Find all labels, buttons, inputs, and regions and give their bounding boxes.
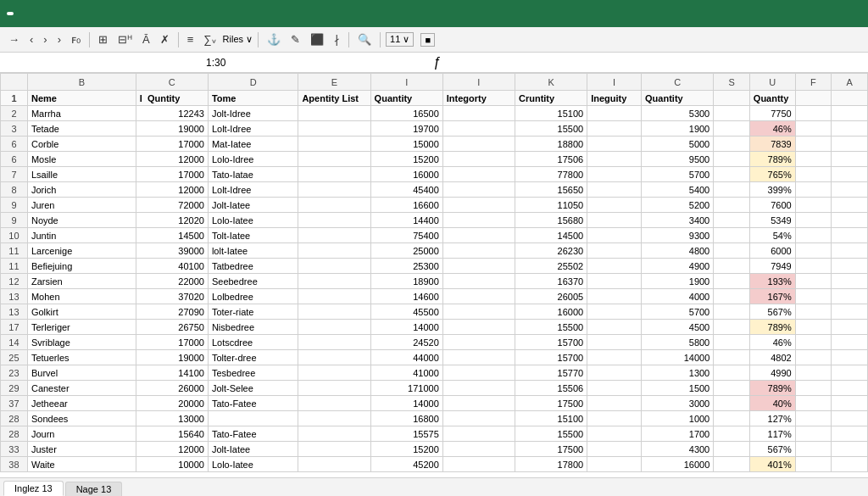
cell-ineguity[interactable] [587,411,642,426]
cell-ineguity[interactable] [587,457,642,472]
cell-ineguity[interactable] [587,289,642,304]
cell-name[interactable]: Terleriger [27,320,136,335]
cell-integorty[interactable] [442,365,515,381]
cell-tome[interactable]: Lolo-Idree [208,152,298,167]
cell-quantity1[interactable]: 44000 [370,350,442,365]
cell-quantty[interactable]: 765% [749,167,795,182]
cell-k[interactable]: 1000 [642,411,714,426]
cell-ineguity[interactable] [587,381,642,396]
cell-quantty[interactable]: 46% [749,335,795,350]
cell-tome[interactable]: lolt-Iatee [208,243,298,259]
cell-quantty[interactable]: 567% [749,442,795,457]
toolbar-table-btn[interactable]: ⊞ [95,31,111,47]
cell-quantity1[interactable]: 16800 [370,411,442,426]
row-number[interactable]: 37 [1,396,28,411]
cell-tome[interactable]: Tolter-dree [208,350,298,365]
cell-empty1[interactable] [795,350,832,365]
row-number[interactable]: 25 [1,350,28,365]
cell-name[interactable]: Marrha [27,106,136,121]
cell-integorty[interactable] [442,396,515,411]
cell-quntity[interactable]: 27090 [136,304,208,320]
cell-k[interactable]: 5000 [642,137,714,152]
cell-empty1[interactable] [795,106,832,121]
col-header-b[interactable]: B [27,74,136,91]
cell-apentity[interactable] [298,426,370,442]
cell-ineguity[interactable] [587,121,642,137]
cell-ineguity[interactable] [587,396,642,411]
row-number[interactable]: 23 [1,365,28,381]
cell-empty2[interactable] [832,335,868,350]
cell-quantty[interactable]: 7949 [749,259,795,274]
cell-name[interactable]: Noyde [27,213,136,228]
cell-empty1[interactable] [795,411,832,426]
cell-cruntity[interactable]: 15500 [515,320,587,335]
cell-tome[interactable]: Tesbedree [208,365,298,381]
cell-ineguity[interactable] [587,228,642,243]
cell-cruntity[interactable]: 18800 [515,137,587,152]
cell-name[interactable]: Svriblage [27,335,136,350]
cell-quantty[interactable]: 5349 [749,213,795,228]
cell-k[interactable]: 9500 [642,152,714,167]
cell-empty1[interactable] [795,304,832,320]
cell-name[interactable]: Juster [27,442,136,457]
cell-quntity[interactable]: 17000 [136,167,208,182]
cell-ineguity[interactable] [587,350,642,365]
cell-k[interactable]: 1900 [642,121,714,137]
cell-i[interactable] [714,381,750,396]
cell-quntity[interactable]: 19000 [136,350,208,365]
cell-quantty[interactable]: 4802 [749,350,795,365]
cell-i[interactable] [714,396,750,411]
cell-i[interactable] [714,335,750,350]
row-number[interactable]: 13 [1,289,28,304]
cell-empty2[interactable] [832,396,868,411]
cell-tome[interactable]: Jolt-Idree [208,106,298,121]
cell-k[interactable]: 4500 [642,320,714,335]
cell-apentity[interactable] [298,335,370,350]
cell-i[interactable] [714,365,750,381]
cell-empty1[interactable] [795,457,832,472]
cell-name[interactable]: Tetade [27,121,136,137]
cell-empty2[interactable] [832,426,868,442]
cell-ineguity[interactable] [587,442,642,457]
cell-integorty[interactable] [442,411,515,426]
cell-quantty[interactable]: 401% [749,457,795,472]
toolbar-fwd2-btn[interactable]: › [54,31,64,47]
cell-quantity1[interactable]: 16600 [370,198,442,213]
cell-integorty[interactable] [442,182,515,198]
cell-i[interactable] [714,106,750,121]
cell-apentity[interactable] [298,182,370,198]
nav-back-button[interactable] [19,12,25,15]
cell-empty2[interactable] [832,365,868,381]
cell-integorty[interactable] [442,121,515,137]
cell-quantty[interactable]: 7600 [749,198,795,213]
col-header-c[interactable]: C [136,74,208,91]
cell-quantity1[interactable]: 15200 [370,152,442,167]
cell-name[interactable]: Sondees [27,411,136,426]
cell-name[interactable]: Jorich [27,182,136,198]
cell-cruntity[interactable]: 15500 [515,426,587,442]
cell-cruntity[interactable]: 11050 [515,198,587,213]
cell-k[interactable]: 16000 [642,457,714,472]
cell-ineguity[interactable] [587,137,642,152]
cell-k[interactable]: 4000 [642,289,714,304]
cell-quantity1[interactable]: 16500 [370,106,442,121]
cell-quantity1[interactable]: 41000 [370,365,442,381]
row-number[interactable]: 6 [1,137,28,152]
cell-quntity[interactable]: 14100 [136,365,208,381]
col-header-i3[interactable]: I [587,74,642,91]
cell-quntity[interactable]: 22000 [136,274,208,289]
cell-tome[interactable]: Tatbedree [208,259,298,274]
toolbar-underline-btn[interactable]: Ā [139,31,153,47]
cell-quantty[interactable]: 4990 [749,365,795,381]
cell-quantity1[interactable]: 25000 [370,243,442,259]
cell-quantity1[interactable]: 14400 [370,213,442,228]
cell-cruntity[interactable]: 15650 [515,182,587,198]
cell-empty2[interactable] [832,152,868,167]
cell-ineguity[interactable] [587,243,642,259]
cell-quantty[interactable]: 46% [749,121,795,137]
cell-ineguity[interactable] [587,213,642,228]
cell-integorty[interactable] [442,167,515,182]
cell-k[interactable]: 5800 [642,335,714,350]
cell-name[interactable]: Larcenige [27,243,136,259]
cell-quantity1[interactable]: 18900 [370,274,442,289]
